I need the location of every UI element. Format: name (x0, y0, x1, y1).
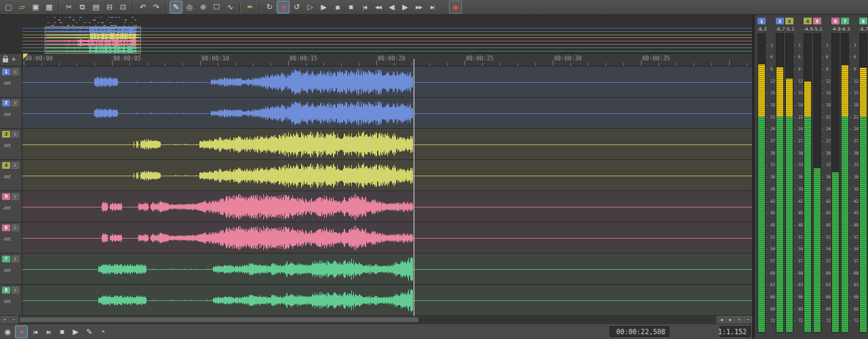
redo-button[interactable]: ↷ (150, 1, 163, 14)
track-menu-button[interactable]: ≡ (12, 287, 19, 294)
meter-scale-label: 27 (849, 138, 859, 144)
track-gain-label[interactable]: -Inf. (3, 111, 12, 117)
scrollbar-thumb[interactable] (20, 317, 418, 322)
trim-button[interactable]: ⊟ (103, 1, 116, 14)
meter-scale-label: 12 (766, 79, 776, 84)
paint-tool-button[interactable]: ✒ (243, 1, 256, 14)
ruler-time-label: 00:00:05 (113, 55, 141, 62)
track-number-badge[interactable]: 7 (2, 256, 10, 262)
loop-playback-button[interactable]: ↻ (263, 1, 276, 14)
track-gain-label[interactable]: -Inf. (3, 267, 12, 273)
transport-stop-button[interactable]: ■ (56, 325, 68, 338)
track-gain-label[interactable]: -Inf. (3, 174, 12, 180)
zoom-out-button[interactable]: − (744, 316, 752, 323)
track-gain-label[interactable]: -Inf. (3, 142, 12, 148)
track-menu-button[interactable]: ≡ (12, 68, 19, 75)
track-number-badge[interactable]: 4 (2, 162, 10, 169)
ruler-tick (588, 63, 589, 66)
crosshair-icon[interactable]: + (12, 56, 16, 63)
transport-arm-record-button[interactable]: ◉ (1, 325, 14, 338)
remote-record-button[interactable]: ◉ (449, 1, 462, 14)
copy-button[interactable]: ⧉ (76, 1, 89, 14)
save-button[interactable]: ▣ (29, 1, 42, 14)
record-button[interactable]: ● (277, 1, 290, 14)
previous-icon: ◀◀ (375, 5, 381, 9)
scroll-left-button[interactable]: ◂ (717, 316, 726, 323)
overview-view-box[interactable] (45, 26, 141, 54)
transport-go-to-end-button[interactable]: ▶| (42, 325, 55, 338)
meter-scale-label: 33 (766, 162, 776, 167)
crop-button[interactable]: ⊡ (117, 1, 130, 14)
rewind-button[interactable]: ◀ (385, 1, 398, 14)
track-gain-label[interactable]: -Inf. (3, 80, 12, 86)
stop-button[interactable]: ■ (344, 1, 357, 14)
track-header: 6≡-Inf. (0, 222, 22, 254)
zoom-in-button[interactable]: + (735, 316, 743, 323)
meter-scale-label: 33 (821, 162, 831, 167)
next-button[interactable]: ▶▶ (412, 1, 425, 14)
meter-scale: 3691215182124273033363942454851545760636… (821, 33, 831, 333)
envelope-tool-button[interactable]: ∿ (224, 1, 237, 14)
track-gain-label[interactable]: -Inf. (3, 205, 12, 211)
transport-scrub-tool-button[interactable]: ✎ (83, 325, 96, 338)
track-menu-button[interactable]: ≡ (12, 100, 19, 106)
track-number-badge[interactable]: 8 (2, 287, 10, 294)
meter-scale-label: 15 (849, 90, 859, 96)
track-zoom-out-button[interactable]: − (9, 316, 18, 323)
track-gain-label[interactable]: -Inf. (3, 236, 12, 242)
track-headers: 1≡-Inf.2≡-Inf.3≡-Inf.4≡-Inf.5≡-Inf.6≡-In… (0, 66, 22, 316)
meter-scale-label: 69 (849, 306, 859, 312)
track-menu-button[interactable]: ≡ (12, 193, 19, 200)
edit-tool-button[interactable]: ✎ (170, 1, 182, 14)
transport-play-button[interactable]: ▶ (69, 325, 82, 338)
meter-scale-label: 24 (793, 126, 804, 132)
play-button[interactable]: ▶ (317, 1, 330, 14)
meter-scale-label: 18 (766, 102, 776, 108)
pause-button[interactable]: ▮▮ (331, 1, 344, 14)
zoom-tool-button[interactable]: ⊕ (197, 1, 210, 14)
undo-button[interactable]: ↶ (136, 1, 149, 14)
meter-scale-label: 51 (849, 235, 859, 240)
track-zoom-in-button[interactable]: + (1, 316, 9, 323)
playhead-cursor[interactable] (414, 59, 414, 316)
track-number-badge[interactable]: 2 (2, 100, 10, 106)
stop-icon: ■ (349, 3, 353, 11)
waveform-area[interactable] (22, 66, 752, 316)
transport-record-button[interactable]: ● (15, 325, 28, 338)
loop-region-button[interactable]: ↺ (290, 1, 303, 14)
track-gain-label[interactable]: -Inf. (3, 298, 12, 304)
ruler-tick (658, 63, 659, 66)
selection-tool-button[interactable]: ☐ (210, 1, 223, 14)
ruler-tick (376, 60, 377, 66)
lock-icon[interactable] (3, 58, 8, 62)
track-menu-button[interactable]: ≡ (12, 131, 19, 138)
meter-fill-green (842, 117, 848, 332)
track-menu-button[interactable]: ≡ (12, 162, 19, 169)
paste-button[interactable]: ▤ (90, 1, 102, 14)
track-menu-button[interactable]: ≡ (12, 256, 19, 262)
new-file-button[interactable]: ▢ (2, 1, 15, 14)
track-number-badge[interactable]: 6 (2, 224, 10, 231)
save-all-button[interactable]: ▦ (43, 1, 56, 14)
cut-button[interactable]: ✂ (62, 1, 75, 14)
go-to-start-button[interactable]: |◀ (358, 1, 371, 14)
magnify-tool-button[interactable]: ◎ (183, 1, 196, 14)
meter-scale-label: 45 (793, 210, 804, 216)
overview-strip[interactable] (0, 15, 752, 54)
track-number-badge[interactable]: 1 (2, 68, 10, 75)
forward-button[interactable]: ▶ (399, 1, 412, 14)
track-number-badge[interactable]: 5 (2, 193, 10, 200)
play-from-start-button[interactable]: ▷ (304, 1, 317, 14)
previous-button[interactable]: ◀◀ (372, 1, 384, 14)
transport-go-to-start-button[interactable]: |◀ (28, 325, 41, 338)
transport-time-options-button[interactable]: ◔ (96, 325, 109, 338)
go-to-end-button[interactable]: ▶| (426, 1, 439, 14)
scrollbar-track[interactable] (19, 317, 715, 323)
timeline-ruler[interactable]: 00:00:0000:00:0500:00:1000:00:1500:00:20… (22, 54, 752, 66)
scroll-right-button[interactable]: ▸ (726, 316, 734, 323)
track-menu-button[interactable]: ≡ (12, 224, 19, 231)
meter-scale-label: 27 (793, 138, 804, 144)
track-number-badge[interactable]: 3 (2, 131, 10, 138)
open-file-button[interactable]: ▱ (16, 1, 28, 14)
ruler-tick (482, 63, 483, 66)
